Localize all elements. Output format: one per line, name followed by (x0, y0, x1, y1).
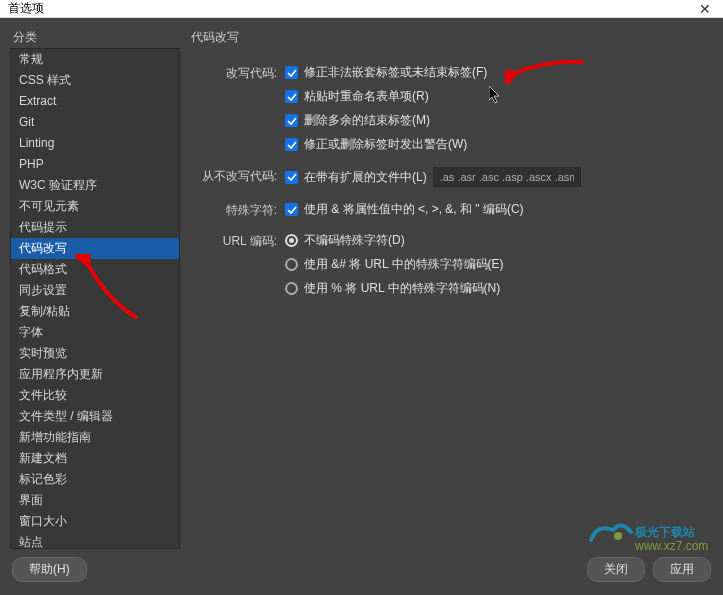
checkbox-label: 删除多余的结束标签(M) (304, 112, 430, 129)
sidebar-item[interactable]: W3C 验证程序 (11, 175, 179, 196)
url-ampersand-encode-radio[interactable]: 使用 &# 将 URL 中的特殊字符编码(E) (285, 256, 707, 273)
extensions-checkbox[interactable]: 在带有扩展的文件中(L) (285, 167, 707, 187)
sidebar-item[interactable]: 应用程序内更新 (11, 364, 179, 385)
sidebar-item[interactable]: 标记色彩 (11, 469, 179, 490)
rename-form-items-checkbox[interactable]: 粘贴时重命名表单项(R) (285, 88, 707, 105)
sidebar-item[interactable]: 代码改写 (11, 238, 179, 259)
sidebar-item[interactable]: 常规 (11, 49, 179, 70)
sidebar-item[interactable]: 文件类型 / 编辑器 (11, 406, 179, 427)
url-encoding-label: URL 编码: (190, 232, 285, 250)
apply-button[interactable]: 应用 (653, 557, 711, 582)
sidebar-item[interactable]: 窗口大小 (11, 511, 179, 532)
sidebar-item[interactable]: 代码提示 (11, 217, 179, 238)
window-title: 首选项 (8, 0, 44, 17)
radio-label: 不编码特殊字符(D) (304, 232, 405, 249)
category-sidebar[interactable]: 常规CSS 样式ExtractGitLintingPHPW3C 验证程序不可见元… (10, 48, 180, 549)
settings-panel: 改写代码: 修正非法嵌套标签或未结束标签(F) 粘贴时重命名表单项(R) (190, 48, 713, 549)
sidebar-item[interactable]: 复制/粘贴 (11, 301, 179, 322)
close-icon[interactable]: ✕ (695, 1, 715, 17)
warn-on-fix-checkbox[interactable]: 修正或删除标签时发出警告(W) (285, 136, 707, 153)
titlebar: 首选项 ✕ (0, 0, 723, 18)
special-chars-label: 特殊字符: (190, 201, 285, 219)
sidebar-item[interactable]: 实时预览 (11, 343, 179, 364)
sidebar-item[interactable]: Git (11, 112, 179, 133)
fix-nested-tags-checkbox[interactable]: 修正非法嵌套标签或未结束标签(F) (285, 64, 707, 81)
sidebar-item[interactable]: Linting (11, 133, 179, 154)
sidebar-item[interactable]: 界面 (11, 490, 179, 511)
dialog-footer: 帮助(H) 关闭 应用 (10, 549, 713, 589)
column-headers: 分类 代码改写 (10, 26, 713, 48)
checkbox-icon (285, 114, 298, 127)
never-rewrite-label: 从不改写代码: (190, 167, 285, 185)
checkbox-icon (285, 171, 298, 184)
sidebar-item[interactable]: 新增功能指南 (11, 427, 179, 448)
category-header: 分类 (10, 29, 188, 46)
help-button[interactable]: 帮助(H) (12, 557, 87, 582)
radio-icon (285, 282, 298, 295)
sidebar-item[interactable]: Extract (11, 91, 179, 112)
checkbox-label: 使用 & 将属性值中的 <, >, &, 和 " 编码(C) (304, 201, 524, 218)
sidebar-item[interactable]: 不可见元素 (11, 196, 179, 217)
radio-label: 使用 &# 将 URL 中的特殊字符编码(E) (304, 256, 504, 273)
sidebar-item[interactable]: CSS 样式 (11, 70, 179, 91)
sidebar-item[interactable]: 同步设置 (11, 280, 179, 301)
rewrite-code-label: 改写代码: (190, 64, 285, 82)
close-button[interactable]: 关闭 (587, 557, 645, 582)
url-percent-encode-radio[interactable]: 使用 % 将 URL 中的特殊字符编码(N) (285, 280, 707, 297)
radio-icon (285, 258, 298, 271)
sidebar-item[interactable]: 字体 (11, 322, 179, 343)
radio-label: 使用 % 将 URL 中的特殊字符编码(N) (304, 280, 500, 297)
checkbox-label: 修正非法嵌套标签或未结束标签(F) (304, 64, 487, 81)
sidebar-item[interactable]: 代码格式 (11, 259, 179, 280)
checkbox-icon (285, 203, 298, 216)
checkbox-icon (285, 90, 298, 103)
checkbox-label: 在带有扩展的文件中(L) (304, 169, 427, 186)
checkbox-label: 粘贴时重命名表单项(R) (304, 88, 429, 105)
sidebar-item[interactable]: 文件比较 (11, 385, 179, 406)
sidebar-item[interactable]: 站点 (11, 532, 179, 549)
checkbox-label: 修正或删除标签时发出警告(W) (304, 136, 467, 153)
sidebar-item[interactable]: PHP (11, 154, 179, 175)
encode-special-checkbox[interactable]: 使用 & 将属性值中的 <, >, &, 和 " 编码(C) (285, 201, 707, 218)
remove-extra-tags-checkbox[interactable]: 删除多余的结束标签(M) (285, 112, 707, 129)
url-no-encode-radio[interactable]: 不编码特殊字符(D) (285, 232, 707, 249)
checkbox-icon (285, 66, 298, 79)
checkbox-icon (285, 138, 298, 151)
radio-icon (285, 234, 298, 247)
panel-header: 代码改写 (188, 29, 239, 46)
extensions-input[interactable] (433, 167, 581, 187)
sidebar-item[interactable]: 新建文档 (11, 448, 179, 469)
